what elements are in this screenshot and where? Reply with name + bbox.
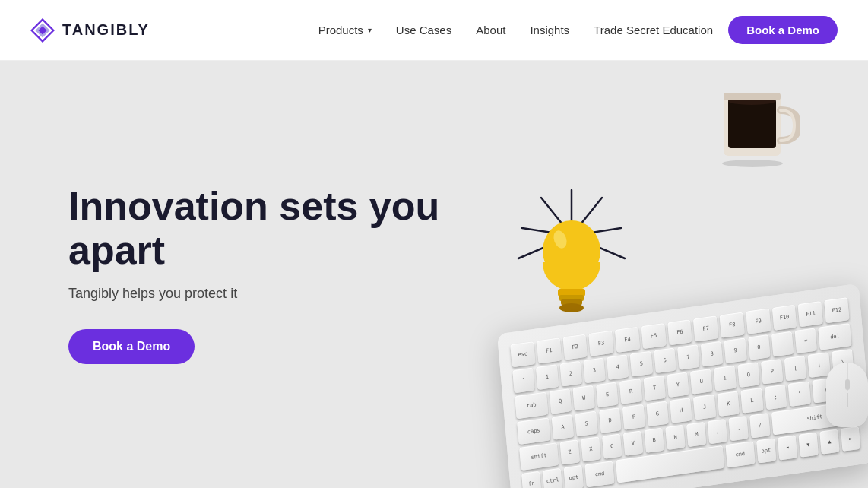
key: tab bbox=[515, 391, 548, 419]
key: F8 bbox=[720, 312, 745, 337]
key: F12 bbox=[824, 297, 849, 323]
nav-item-cta[interactable]: Book a Demo bbox=[728, 16, 838, 44]
key: S bbox=[575, 411, 598, 437]
key: F3 bbox=[589, 331, 614, 356]
key: F5 bbox=[641, 323, 666, 349]
key: W bbox=[572, 385, 595, 411]
chevron-down-icon: ▾ bbox=[368, 26, 372, 34]
key: F4 bbox=[615, 327, 640, 353]
mouse-shape bbox=[826, 363, 868, 427]
key: L bbox=[741, 388, 764, 414]
key: cmd bbox=[585, 461, 615, 487]
key: ctrl bbox=[543, 468, 562, 488]
key: / bbox=[750, 413, 770, 438]
logo[interactable]: TANGIBLY bbox=[30, 18, 150, 43]
key: J bbox=[693, 395, 716, 420]
key: P bbox=[761, 359, 784, 385]
key: F11 bbox=[798, 301, 823, 327]
hero-title-line2: apart bbox=[68, 228, 165, 272]
nav-item-about[interactable]: About bbox=[467, 17, 515, 43]
key: C bbox=[602, 433, 622, 458]
key: V bbox=[623, 431, 643, 456]
key: F10 bbox=[772, 305, 797, 331]
nav-label-trade-secret: Trade Secret Education bbox=[594, 24, 713, 36]
nav-item-insights[interactable]: Insights bbox=[521, 17, 578, 43]
key: R bbox=[619, 379, 642, 404]
key: A bbox=[552, 414, 575, 440]
key: ▼ bbox=[798, 432, 818, 457]
nav-label-usecases: Use Cases bbox=[396, 24, 451, 36]
key: Z bbox=[559, 439, 579, 464]
key: I bbox=[714, 366, 737, 391]
navbar: TANGIBLY Products ▾ Use Cases About Insi… bbox=[0, 0, 868, 61]
key: 1 bbox=[536, 364, 559, 390]
key: 6 bbox=[654, 347, 676, 373]
key: - bbox=[771, 331, 794, 357]
nav-label-products: Products bbox=[318, 24, 363, 36]
key: del bbox=[819, 323, 852, 350]
coffee-cup-illustration bbox=[716, 84, 800, 170]
key: M bbox=[686, 422, 706, 447]
lightbulb-illustration bbox=[503, 175, 640, 327]
hero-title: Innovation sets you apart bbox=[68, 185, 439, 271]
key: H bbox=[670, 398, 692, 423]
key: cmd bbox=[725, 441, 755, 467]
hero-illustration: esc F1 F2 F3 F4 F5 F6 F7 F8 F9 F10 F11 F… bbox=[382, 61, 868, 488]
svg-rect-20 bbox=[724, 93, 781, 100]
key: T bbox=[643, 376, 666, 401]
hero-section: Innovation sets you apart Tangibly helps… bbox=[0, 61, 868, 488]
key: opt bbox=[564, 465, 584, 488]
nav-item-usecases[interactable]: Use Cases bbox=[387, 17, 461, 43]
nav-links: Products ▾ Use Cases About Insights Trad… bbox=[309, 16, 838, 44]
key: 8 bbox=[701, 341, 724, 367]
key: ; bbox=[765, 385, 787, 410]
key: 3 bbox=[583, 357, 606, 383]
keyboard: esc F1 F2 F3 F4 F5 F6 F7 F8 F9 F10 F11 F… bbox=[497, 284, 868, 488]
key: F bbox=[622, 404, 645, 430]
hero-content: Innovation sets you apart Tangibly helps… bbox=[0, 185, 439, 363]
key: F2 bbox=[562, 334, 588, 360]
key: shift bbox=[519, 442, 559, 471]
key: ▲ bbox=[819, 429, 839, 455]
key: ◄ bbox=[777, 435, 797, 460]
logo-icon bbox=[30, 18, 55, 43]
key: O bbox=[737, 362, 760, 388]
key: 2 bbox=[559, 361, 582, 387]
key: ' bbox=[788, 381, 811, 407]
hero-cta-button[interactable]: Book a Demo bbox=[68, 329, 195, 364]
mouse-line bbox=[847, 393, 847, 407]
hero-subtitle: Tangibly helps you protect it bbox=[68, 286, 439, 302]
keyboard-illustration: esc F1 F2 F3 F4 F5 F6 F7 F8 F9 F10 F11 F… bbox=[503, 309, 868, 488]
coffee-svg bbox=[716, 84, 800, 167]
key: K bbox=[717, 391, 740, 417]
key: ► bbox=[841, 426, 860, 452]
key: ` bbox=[512, 368, 535, 394]
key: 5 bbox=[630, 351, 653, 377]
key: caps bbox=[517, 417, 550, 445]
key: 0 bbox=[748, 334, 771, 360]
key: , bbox=[708, 419, 727, 444]
key: . bbox=[729, 416, 749, 441]
key: D bbox=[599, 407, 622, 433]
logo-text: TANGIBLY bbox=[62, 21, 150, 39]
nav-label-insights: Insights bbox=[530, 24, 569, 36]
key: 4 bbox=[607, 354, 629, 380]
key: F7 bbox=[693, 315, 718, 341]
nav-item-trade-secret[interactable]: Trade Secret Education bbox=[584, 17, 722, 43]
nav-item-products[interactable]: Products ▾ bbox=[309, 17, 381, 43]
key: Y bbox=[667, 372, 689, 398]
key: G bbox=[646, 401, 669, 426]
svg-rect-18 bbox=[728, 99, 776, 148]
key: E bbox=[596, 382, 619, 407]
hero-title-line1: Innovation sets you bbox=[68, 184, 439, 228]
mouse-illustration bbox=[826, 363, 868, 427]
key: U bbox=[690, 369, 713, 395]
key: 9 bbox=[724, 337, 747, 363]
mouse-scroll-wheel bbox=[845, 379, 850, 390]
key: fn bbox=[521, 471, 541, 488]
key: B bbox=[645, 428, 664, 453]
key: F9 bbox=[746, 309, 771, 334]
key: Q bbox=[549, 388, 572, 414]
key: F1 bbox=[537, 337, 562, 363]
key: = bbox=[795, 328, 818, 353]
